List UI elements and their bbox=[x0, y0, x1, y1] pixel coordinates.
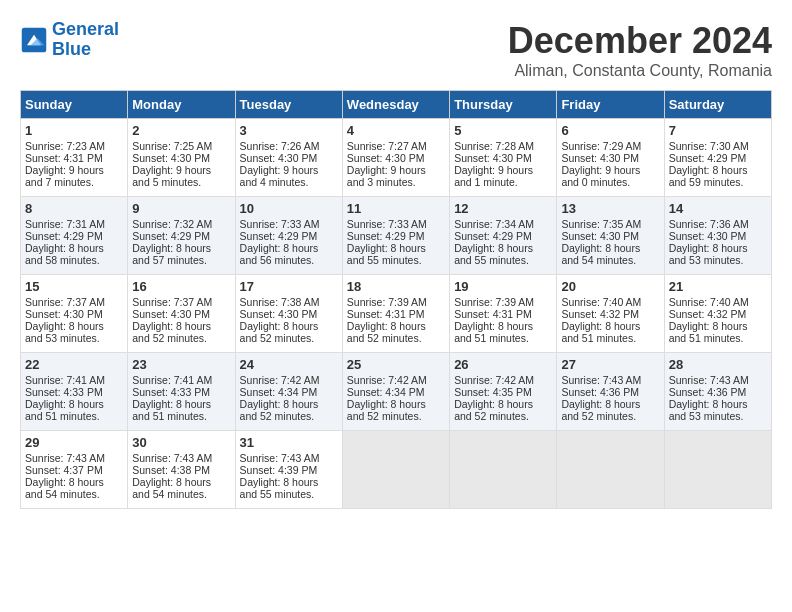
day-info-line: Sunset: 4:32 PM bbox=[669, 308, 767, 320]
logo-line2: Blue bbox=[52, 39, 91, 59]
day-number: 21 bbox=[669, 279, 767, 294]
day-info-line: and 55 minutes. bbox=[347, 254, 445, 266]
day-info-line: Sunrise: 7:33 AM bbox=[347, 218, 445, 230]
day-number: 25 bbox=[347, 357, 445, 372]
calendar-cell: 13Sunrise: 7:35 AMSunset: 4:30 PMDayligh… bbox=[557, 197, 664, 275]
day-info-line: Sunrise: 7:34 AM bbox=[454, 218, 552, 230]
day-info-line: Daylight: 8 hours bbox=[347, 242, 445, 254]
day-info-line: Sunrise: 7:32 AM bbox=[132, 218, 230, 230]
day-info-line: Daylight: 8 hours bbox=[240, 320, 338, 332]
day-info-line: Daylight: 8 hours bbox=[561, 398, 659, 410]
day-info-line: Daylight: 8 hours bbox=[454, 320, 552, 332]
day-info-line: Sunset: 4:32 PM bbox=[561, 308, 659, 320]
day-info-line: and 57 minutes. bbox=[132, 254, 230, 266]
calendar-cell: 7Sunrise: 7:30 AMSunset: 4:29 PMDaylight… bbox=[664, 119, 771, 197]
day-info-line: and 52 minutes. bbox=[454, 410, 552, 422]
day-number: 10 bbox=[240, 201, 338, 216]
day-info-line: Sunset: 4:38 PM bbox=[132, 464, 230, 476]
day-info-line: Sunrise: 7:42 AM bbox=[240, 374, 338, 386]
day-number: 9 bbox=[132, 201, 230, 216]
day-info-line: and 53 minutes. bbox=[669, 410, 767, 422]
day-number: 4 bbox=[347, 123, 445, 138]
day-info-line: Sunset: 4:36 PM bbox=[669, 386, 767, 398]
column-header-sunday: Sunday bbox=[21, 91, 128, 119]
calendar-cell bbox=[664, 431, 771, 509]
day-info-line: Sunrise: 7:30 AM bbox=[669, 140, 767, 152]
day-info-line: and 51 minutes. bbox=[454, 332, 552, 344]
day-info-line: Sunset: 4:35 PM bbox=[454, 386, 552, 398]
calendar-cell: 28Sunrise: 7:43 AMSunset: 4:36 PMDayligh… bbox=[664, 353, 771, 431]
calendar-cell: 10Sunrise: 7:33 AMSunset: 4:29 PMDayligh… bbox=[235, 197, 342, 275]
week-row-2: 8Sunrise: 7:31 AMSunset: 4:29 PMDaylight… bbox=[21, 197, 772, 275]
day-info-line: and 55 minutes. bbox=[454, 254, 552, 266]
day-number: 30 bbox=[132, 435, 230, 450]
logo-icon bbox=[20, 26, 48, 54]
calendar-cell: 16Sunrise: 7:37 AMSunset: 4:30 PMDayligh… bbox=[128, 275, 235, 353]
calendar-cell: 21Sunrise: 7:40 AMSunset: 4:32 PMDayligh… bbox=[664, 275, 771, 353]
day-number: 13 bbox=[561, 201, 659, 216]
calendar-cell: 4Sunrise: 7:27 AMSunset: 4:30 PMDaylight… bbox=[342, 119, 449, 197]
day-info-line: Sunset: 4:30 PM bbox=[132, 308, 230, 320]
day-info-line: and 52 minutes. bbox=[347, 410, 445, 422]
day-info-line: Sunrise: 7:40 AM bbox=[561, 296, 659, 308]
day-info-line: and 54 minutes. bbox=[561, 254, 659, 266]
calendar-cell: 27Sunrise: 7:43 AMSunset: 4:36 PMDayligh… bbox=[557, 353, 664, 431]
calendar-cell: 2Sunrise: 7:25 AMSunset: 4:30 PMDaylight… bbox=[128, 119, 235, 197]
day-number: 11 bbox=[347, 201, 445, 216]
day-number: 14 bbox=[669, 201, 767, 216]
day-info-line: Daylight: 8 hours bbox=[132, 398, 230, 410]
day-info-line: Daylight: 8 hours bbox=[25, 320, 123, 332]
day-info-line: Sunset: 4:31 PM bbox=[25, 152, 123, 164]
day-info-line: Sunrise: 7:42 AM bbox=[347, 374, 445, 386]
day-info-line: Sunrise: 7:43 AM bbox=[25, 452, 123, 464]
day-info-line: and 53 minutes. bbox=[25, 332, 123, 344]
week-row-1: 1Sunrise: 7:23 AMSunset: 4:31 PMDaylight… bbox=[21, 119, 772, 197]
day-info-line: Daylight: 8 hours bbox=[454, 398, 552, 410]
day-info-line: Daylight: 8 hours bbox=[669, 242, 767, 254]
day-info-line: Sunrise: 7:39 AM bbox=[454, 296, 552, 308]
day-info-line: Sunrise: 7:41 AM bbox=[25, 374, 123, 386]
day-number: 27 bbox=[561, 357, 659, 372]
week-row-5: 29Sunrise: 7:43 AMSunset: 4:37 PMDayligh… bbox=[21, 431, 772, 509]
calendar-cell: 31Sunrise: 7:43 AMSunset: 4:39 PMDayligh… bbox=[235, 431, 342, 509]
day-info-line: Sunrise: 7:35 AM bbox=[561, 218, 659, 230]
day-info-line: Sunrise: 7:43 AM bbox=[669, 374, 767, 386]
day-info-line: Daylight: 8 hours bbox=[561, 320, 659, 332]
day-info-line: Daylight: 8 hours bbox=[669, 164, 767, 176]
day-info-line: Sunrise: 7:37 AM bbox=[132, 296, 230, 308]
day-number: 22 bbox=[25, 357, 123, 372]
day-info-line: Daylight: 8 hours bbox=[561, 242, 659, 254]
day-info-line: Sunrise: 7:33 AM bbox=[240, 218, 338, 230]
day-info-line: Daylight: 8 hours bbox=[132, 242, 230, 254]
day-info-line: Sunset: 4:34 PM bbox=[347, 386, 445, 398]
day-info-line: Sunset: 4:37 PM bbox=[25, 464, 123, 476]
day-number: 6 bbox=[561, 123, 659, 138]
calendar-cell: 29Sunrise: 7:43 AMSunset: 4:37 PMDayligh… bbox=[21, 431, 128, 509]
calendar-cell: 8Sunrise: 7:31 AMSunset: 4:29 PMDaylight… bbox=[21, 197, 128, 275]
day-info-line: Sunrise: 7:37 AM bbox=[25, 296, 123, 308]
column-header-saturday: Saturday bbox=[664, 91, 771, 119]
day-info-line: Sunrise: 7:43 AM bbox=[132, 452, 230, 464]
month-title: December 2024 bbox=[508, 20, 772, 62]
logo-text: General Blue bbox=[52, 20, 119, 60]
day-info-line: Sunrise: 7:42 AM bbox=[454, 374, 552, 386]
day-info-line: and 4 minutes. bbox=[240, 176, 338, 188]
day-info-line: Daylight: 8 hours bbox=[240, 398, 338, 410]
day-info-line: Sunset: 4:30 PM bbox=[561, 230, 659, 242]
week-row-4: 22Sunrise: 7:41 AMSunset: 4:33 PMDayligh… bbox=[21, 353, 772, 431]
day-info-line: and 52 minutes. bbox=[240, 332, 338, 344]
day-info-line: Sunrise: 7:39 AM bbox=[347, 296, 445, 308]
day-info-line: and 53 minutes. bbox=[669, 254, 767, 266]
day-info-line: Sunrise: 7:40 AM bbox=[669, 296, 767, 308]
day-info-line: Sunset: 4:29 PM bbox=[25, 230, 123, 242]
day-number: 17 bbox=[240, 279, 338, 294]
day-info-line: Sunrise: 7:36 AM bbox=[669, 218, 767, 230]
day-info-line: Sunset: 4:30 PM bbox=[347, 152, 445, 164]
day-info-line: Daylight: 8 hours bbox=[240, 476, 338, 488]
calendar-cell: 26Sunrise: 7:42 AMSunset: 4:35 PMDayligh… bbox=[450, 353, 557, 431]
calendar-header-row: SundayMondayTuesdayWednesdayThursdayFrid… bbox=[21, 91, 772, 119]
day-info-line: Daylight: 8 hours bbox=[132, 320, 230, 332]
calendar-table: SundayMondayTuesdayWednesdayThursdayFrid… bbox=[20, 90, 772, 509]
day-info-line: Daylight: 8 hours bbox=[454, 242, 552, 254]
day-info-line: Sunrise: 7:38 AM bbox=[240, 296, 338, 308]
